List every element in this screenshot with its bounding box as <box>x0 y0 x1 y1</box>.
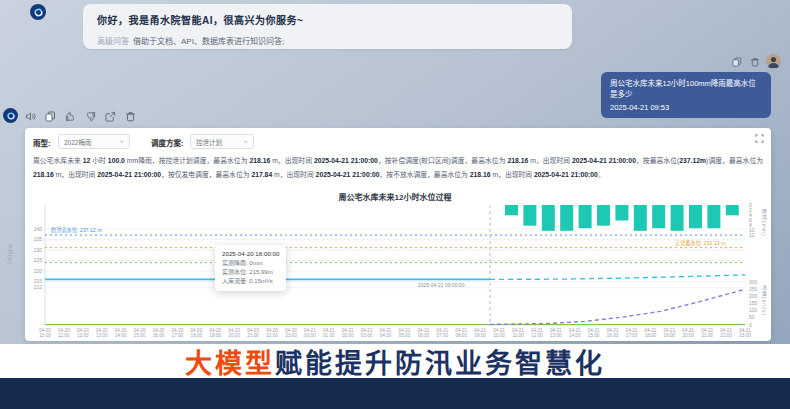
y-axis-flow-tick: 150 <box>749 301 757 306</box>
chart-title: 周公宅水库未来12小时水位过程 <box>45 191 745 202</box>
ref-line-label-normal: 正常蓄水位: 231.13 m <box>675 240 725 246</box>
forecast-rain-bar <box>671 205 684 231</box>
forecast-rain-bar <box>689 205 702 228</box>
y-axis-level-tick: 240 <box>18 227 42 232</box>
y-axis-level-tick: 220 <box>18 269 42 274</box>
y-axis-level-tick: 230 <box>18 248 42 253</box>
rain-type-value: 2022梅雨 <box>64 137 91 147</box>
y-axis-level-tick: 212 <box>18 285 42 290</box>
plan-label: 调度方案: <box>151 137 184 148</box>
plan-value: 控泄计划 <box>196 137 222 147</box>
share-icon[interactable] <box>104 110 117 123</box>
x-axis-tick: 04-2123:00 <box>730 328 760 339</box>
tooltip-row: 实测降雨: 0mm <box>222 259 279 268</box>
fullscreen-icon[interactable] <box>753 132 766 145</box>
forecast-rain-bar <box>652 205 665 228</box>
forecast-start-label: 2025-04-21 09:00:00 <box>418 282 464 288</box>
forecast-rain-bar <box>523 205 536 226</box>
chevron-down-icon: ∨ <box>120 139 124 144</box>
y-axis-level-label: 水位(m) <box>7 243 14 266</box>
ai-avatar <box>30 4 46 20</box>
forecast-rain-bar <box>597 205 610 226</box>
water-level-chart[interactable]: 2402352302252202152120246810123002502001… <box>45 205 745 325</box>
greeting-title: 你好，我是甬水院智能AI，很高兴为你服务~ <box>97 12 558 27</box>
plan-select[interactable]: 控泄计划 ∨ <box>190 134 254 149</box>
chevron-down-icon: ∨ <box>244 139 248 144</box>
y-axis-flow-tick: 200 <box>749 294 757 299</box>
rain-type-label: 雨型: <box>33 137 51 148</box>
user-question: 周公宅水库未来12小时100mm降雨最高水位是多少 <box>610 78 762 100</box>
y-axis-flow-label: 流量(m³/s) <box>761 285 768 316</box>
copy-icon[interactable] <box>730 55 743 68</box>
greeting-tag: 高级问答 <box>97 37 129 46</box>
rain-type-select[interactable]: 2022梅雨 ∨ <box>58 134 130 149</box>
banner: 大模型赋能提升防汛业务智慧化 <box>0 344 790 378</box>
footer-bar <box>0 378 790 409</box>
y-axis-flow-tick: 250 <box>749 287 757 292</box>
banner-text: 大模型赋能提升防汛业务智慧化 <box>185 342 605 381</box>
banner-highlight: 大模型 <box>185 349 275 379</box>
y-axis-flow-tick: 50 <box>749 315 755 320</box>
ai-avatar-response <box>3 108 18 123</box>
forecast-rain-bar <box>505 205 518 215</box>
y-axis-level-tick: 215 <box>18 279 42 284</box>
forecast-rain-bar <box>707 205 720 228</box>
chart-tooltip: 2025-04-20 18:00:00实测降雨: 0mm实测水位: 215.99… <box>215 245 286 291</box>
forecast-rain-bar <box>726 205 739 215</box>
forecast-summary: 周公宅水库未来 12 小时 100.0 mm降雨，按控泄计划调度，最高水位为 2… <box>33 154 763 182</box>
ref-line-label-flood: 防洪高水位: 237.12 m <box>51 227 101 233</box>
y-axis-flow-tick: 300 <box>749 280 757 285</box>
delete-icon[interactable] <box>124 110 137 123</box>
response-actions <box>24 110 137 123</box>
y-axis-level-tick: 235 <box>18 237 42 242</box>
y-axis-level-tick: 225 <box>18 258 42 263</box>
y-axis-rain-tick: 12 <box>749 233 755 238</box>
tooltip-row: 实测水位: 215.99m <box>222 268 279 277</box>
user-avatar <box>766 54 781 69</box>
y-axis-rain-label: 降雨(mm) <box>761 209 768 237</box>
thumbs-down-icon[interactable] <box>84 110 97 123</box>
forecast-rain-bar <box>634 205 647 231</box>
forecast-rain-bar <box>615 205 628 220</box>
user-message-actions <box>730 54 781 69</box>
tooltip-row: 入库流量: 0.15m³/s <box>222 277 279 286</box>
greeting-desc: 高级问答借助于文档、API、数据库表进行知识问答; <box>97 35 558 46</box>
user-message-bubble: 周公宅水库未来12小时100mm降雨最高水位是多少 2025-04-21 09:… <box>601 72 771 118</box>
y-axis-flow-tick: 0 <box>749 323 752 328</box>
read-aloud-icon[interactable] <box>24 110 37 123</box>
delete-icon[interactable] <box>748 55 761 68</box>
response-card: 雨型: 2022梅雨 ∨ 调度方案: 控泄计划 ∨ 周公宅水库未来 12 小时 … <box>25 128 771 341</box>
forecast-rain-bar <box>542 205 555 231</box>
user-message-time: 2025-04-21 09:53 <box>610 103 762 112</box>
ai-logo-icon <box>6 111 16 121</box>
copy-icon[interactable] <box>44 110 57 123</box>
forecast-rain-bar <box>560 205 573 231</box>
banner-rest: 赋能提升防汛业务智慧化 <box>275 349 605 379</box>
y-axis-flow-tick: 100 <box>749 308 757 313</box>
tooltip-title: 2025-04-20 18:00:00 <box>222 250 279 257</box>
chart-canvas <box>45 205 745 325</box>
ai-logo-icon <box>33 7 44 18</box>
forecast-rain-bar <box>579 205 592 228</box>
greeting-bubble: 你好，我是甬水院智能AI，很高兴为你服务~ 高级问答借助于文档、API、数据库表… <box>83 4 572 49</box>
thumbs-up-icon[interactable] <box>64 110 77 123</box>
